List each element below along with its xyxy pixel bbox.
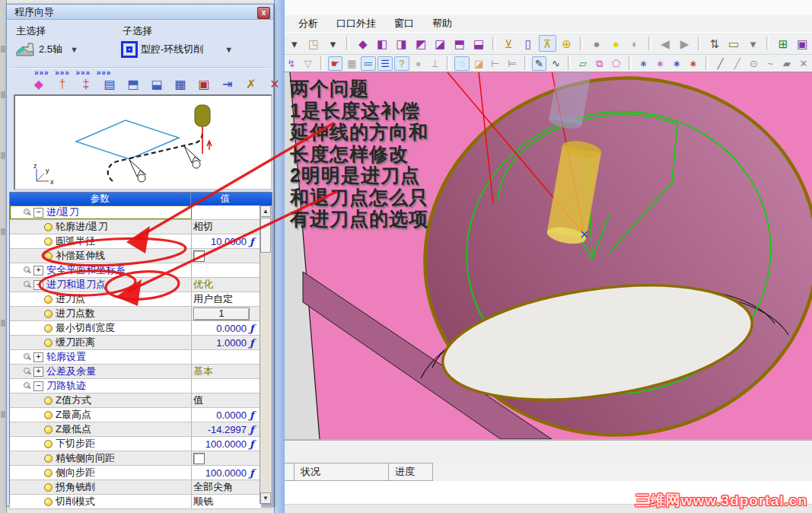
param-value-cell[interactable]: 基本 [192,365,261,378]
spline-icon[interactable]: ~ [763,56,778,71]
corner-solid-icon[interactable]: ◪ [471,56,486,71]
curve-pick-icon[interactable]: ∿ [548,56,563,71]
pin-icon[interactable] [22,266,32,275]
param-row[interactable]: 补偿延伸线 [10,249,261,263]
param-value-cell[interactable]: 1.0000ƒ [192,336,261,349]
view-top-cube-icon[interactable]: ⬒ [451,35,468,52]
param-value-cell[interactable]: 100.0000ƒ [192,466,261,480]
param-value-cell[interactable]: 优化 [192,278,261,292]
menu-item-2[interactable]: 窗口 [387,15,421,32]
param-row[interactable]: 切削模式顺铣 [10,495,261,509]
dim-v-icon[interactable]: ⊨ [505,56,520,71]
dialog-close-button[interactable]: x [257,7,270,19]
funnel-filter-icon[interactable]: ▽ [301,56,316,71]
collapse-icon[interactable]: − [33,208,43,218]
lamp-off-icon[interactable]: ● [588,35,605,52]
pick-hand-icon[interactable]: ☛ [328,56,343,71]
orient-arrow-icon[interactable]: ▾ [285,35,303,52]
wizard-view-params-icon[interactable]: ▦ [171,75,189,93]
wizard-edit-geometry-icon[interactable]: ◆ [30,75,48,93]
view-front-cube-icon[interactable]: ◧ [374,35,391,52]
param-value-cell[interactable] [192,379,261,393]
function-icon[interactable]: ƒ [250,438,254,450]
swap-points-icon[interactable]: ⇅ [705,35,723,52]
tool-display-icon[interactable]: ⊻ [500,35,517,52]
function-icon[interactable]: ƒ [250,467,254,479]
snap-dropdown-icon[interactable]: ▾ [744,35,762,52]
view-bottom-cube-icon[interactable]: ⬓ [470,35,487,52]
view-iso-cube-icon[interactable]: ◆ [354,35,371,52]
tool-holder-icon[interactable]: ⊼ [539,35,556,52]
tool-wire-icon[interactable]: ▯ [519,35,537,52]
uv-points-icon[interactable]: ◌ [454,56,470,71]
wizard-tool-table-icon[interactable]: ‡ [77,75,95,93]
sub-select-arrow-icon[interactable]: ▼ [224,45,233,54]
lamp-on-icon[interactable]: ● [607,35,625,52]
collapse-icon[interactable]: − [33,280,43,290]
param-row[interactable]: 下切步距100.0000ƒ [10,437,261,451]
surface-lasso-icon[interactable]: ⬠ [609,56,624,71]
function-icon[interactable]: ƒ [250,323,254,334]
display-list-icon[interactable]: ≔ [361,56,376,71]
line2-icon[interactable]: ╱ [730,56,745,71]
param-row[interactable]: 圆弧半径10.0000ƒ [10,234,261,249]
param-value-cell[interactable] [192,451,261,465]
value-number[interactable]: 0.0000 [193,323,247,334]
plane-gray-icon[interactable]: ▰ [779,56,794,71]
main-select-combo[interactable]: 2.5轴 ▼ [14,37,117,62]
param-value-cell[interactable]: 相切 [192,220,261,234]
forward-icon[interactable]: ▶ [676,35,693,52]
param-row[interactable]: −进刀和退刀点优化 [10,278,261,292]
dot-icon[interactable]: ● [411,56,426,71]
view-left-cube-icon[interactable]: ◩ [412,35,429,52]
value-button[interactable]: 1 [193,307,250,320]
param-value-cell[interactable]: 值 [192,394,261,407]
sub-select-combo[interactable]: 型腔-环线切削 ▼ [121,37,273,62]
pin-icon[interactable] [22,208,32,217]
csys-model-icon[interactable]: ∗ [636,56,651,71]
param-value-cell[interactable]: 1 [192,307,261,320]
value-checkbox[interactable] [193,453,205,464]
value-number[interactable]: 1.0000 [193,337,247,349]
tool-axis-icon[interactable]: ⊥ [428,56,443,71]
param-value-cell[interactable]: 10.0000ƒ [192,234,261,248]
param-value-cell[interactable] [192,249,261,263]
dim-h-icon[interactable]: ⊢ [488,56,503,71]
scroll-up-button[interactable]: ▲ [260,206,271,217]
param-row[interactable]: +轮廓设置 [10,350,261,365]
param-row[interactable]: 进刀点用户自定 [10,292,261,307]
param-value-cell[interactable]: 100.0000ƒ [192,437,261,451]
param-value-cell[interactable]: 用户自定 [192,292,261,306]
back-icon[interactable]: ◀ [656,35,673,52]
measure-icon[interactable]: ▭ [725,35,743,52]
menu-item-1[interactable]: 口口外挂 [330,15,383,32]
param-row[interactable]: 拐角铣削全部尖角 [10,480,261,495]
param-row[interactable]: −刀路轨迹 [10,379,261,394]
param-row[interactable]: −进/退刀 [10,206,261,220]
main-select-arrow-icon[interactable]: ▼ [70,45,78,54]
param-value-cell[interactable]: -14.2997ƒ [192,422,261,436]
expand-icon[interactable]: + [33,266,43,276]
tool-tip-icon[interactable]: ⊕ [558,35,575,52]
pin-icon[interactable] [22,381,32,390]
wizard-save-exit-icon[interactable]: ⇥ [218,75,237,93]
pin-icon[interactable] [22,367,32,376]
scroll-thumb[interactable] [260,218,271,253]
param-row[interactable]: 缓刀距离1.0000ƒ [10,336,261,350]
param-value-cell[interactable] [192,206,261,219]
param-row[interactable]: 精铣侧向间距 [10,451,261,466]
value-number[interactable]: -14.2997 [193,424,247,435]
table-scrollbar[interactable]: ▲ ▼ [260,206,272,504]
circle-icon[interactable]: ⊙ [747,56,762,71]
csys-move-icon[interactable]: ∗ [669,56,684,71]
surface-fold-icon[interactable]: ⧉ [592,56,607,71]
new-process-icon[interactable]: ⊞ [774,35,791,52]
function-icon[interactable]: ƒ [250,409,254,421]
wizard-preview-icon[interactable]: ⬒ [124,75,142,93]
param-row[interactable]: 最小切削宽度0.0000ƒ [10,321,261,336]
expand-icon[interactable]: + [33,367,43,377]
param-value-cell[interactable] [192,350,261,364]
value-number[interactable]: 0.0000 [193,409,247,421]
param-value-cell[interactable]: 0.0000ƒ [192,321,261,335]
wizard-apply-exit-icon[interactable]: ✗ [242,75,260,93]
